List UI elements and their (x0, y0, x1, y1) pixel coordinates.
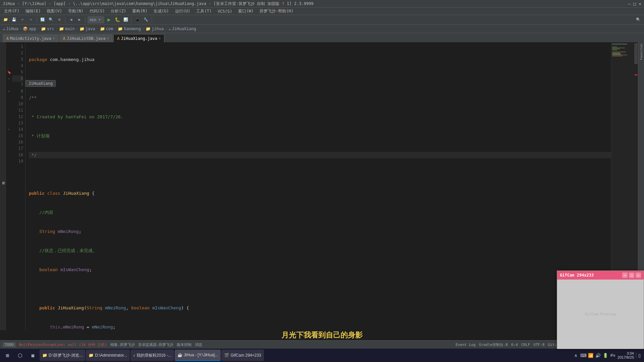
nav-java[interactable]: 📁 java (79, 26, 95, 31)
toolbar-btn-sync[interactable]: 🔄 (39, 16, 46, 23)
toolbar-btn-search[interactable]: 🔍 (47, 16, 55, 23)
menu-vcs[interactable]: VCS(S) (215, 8, 235, 14)
event-log[interactable]: Event Log (455, 343, 476, 347)
menu-run[interactable]: 运行(U) (172, 8, 193, 15)
taskbar-jihua[interactable]: ☕ JiHua - [Y:\JiHua]... (175, 350, 221, 361)
fold-icon[interactable]: ▾ (8, 77, 10, 80)
android-monitor-tab[interactable]: 安卓监视器-辞梦飞沙 (138, 342, 174, 347)
menu-refactor[interactable]: 重构(R) (129, 8, 150, 15)
todo-button[interactable]: TODO (3, 342, 16, 347)
menu-file[interactable]: 文件(F) (1, 8, 22, 15)
clock[interactable]: 3:04 2017/8/25 (618, 351, 634, 359)
show-desktop[interactable]: ▯ (636, 353, 641, 358)
gifcam-minimize[interactable]: — (622, 273, 628, 278)
menu-analyze[interactable]: 分析(Z) (108, 8, 129, 15)
code-line-12: boolean mIsWanCheng; (29, 266, 611, 273)
gifcam-maximize[interactable]: □ (629, 273, 634, 278)
volume-icon[interactable]: 🔊 (595, 353, 601, 358)
messages-tab[interactable]: 消息 (195, 342, 202, 347)
toolbar-btn-profile[interactable]: 📊 (122, 16, 129, 23)
tab-close-2[interactable]: × (107, 36, 109, 41)
menu-generate[interactable]: 生成(G) (151, 8, 172, 15)
tray-up-arrow[interactable]: ∧ (573, 353, 579, 358)
gutter-method-14: ▾ (6, 126, 12, 133)
code-content[interactable]: package com.hanmeng.jihua /** * Created … (25, 42, 611, 330)
tab-icon-2: A (63, 36, 65, 41)
minimize-button[interactable]: — (628, 1, 631, 6)
toolbar-btn-4[interactable]: ↪ (27, 16, 35, 23)
jingjie-tab[interactable]: 锦集-辞梦飞沙 (110, 342, 135, 347)
tab-mainactivity[interactable]: A MainActivity.java × (3, 34, 59, 42)
minimap-viewport[interactable] (635, 44, 637, 64)
nav-app[interactable]: 📦 app (23, 26, 36, 31)
taskbar-explorer-1[interactable]: 📁 D:\辞梦飞沙-浏览... (40, 350, 85, 361)
nav-app-label: app (29, 26, 36, 31)
code-line-6: */ (29, 152, 611, 158)
taskbar-label-2: D:\Administrator... (95, 353, 127, 358)
subtitle-bar: 月光下我看到自己的身影 (0, 330, 644, 340)
code-editor[interactable]: JiHuaXiang 🔖 ▾ ▾ ▾ (6, 42, 638, 330)
taskview-button[interactable]: ▦ (27, 349, 39, 361)
toolbar-btn-sdk[interactable]: 🔧 (142, 16, 150, 23)
battery-icon: 🔋 (603, 353, 608, 358)
maximize-button[interactable]: □ (633, 1, 636, 6)
cortana-button[interactable]: ⬡ (14, 349, 26, 361)
vcs-tab[interactable]: 版本控制 (177, 342, 192, 347)
tab-jihuaxiang[interactable]: A JiHuaXiang.java × (113, 34, 164, 42)
status-bar: TODO NullPointerException: null (14 分钟 之… (0, 340, 644, 349)
toolbar-btn-run[interactable]: ▶ (105, 16, 113, 23)
toolbar-btn-forward[interactable]: ▶ (76, 16, 83, 23)
taskbar-explorer-2[interactable]: 📁 D:\Administrator... (86, 350, 129, 361)
menu-code[interactable]: 代码(S) (87, 8, 108, 15)
network-icon[interactable]: 📶 (588, 353, 593, 358)
nav-main[interactable]: 📁 main (59, 26, 75, 31)
start-button[interactable]: ⊞ (1, 349, 13, 361)
nav-jihua[interactable]: ☕ JiHua (3, 26, 18, 31)
taskbar-label-3: 我的滑板鞋2016 -... (137, 353, 171, 358)
menu-edit[interactable]: 编辑(E) (23, 8, 44, 15)
tab-close-3[interactable]: × (159, 36, 161, 41)
keyboard-icon[interactable]: ⌨ (581, 353, 586, 358)
toolbar-btn-search2[interactable]: 🔍 (635, 16, 642, 23)
gutter-line-3 (6, 56, 12, 63)
nav-com[interactable]: 📁 com (100, 26, 113, 31)
app-selector[interactable]: app ▾ (88, 16, 104, 23)
right-strip-label[interactable]: Favorites (640, 44, 643, 60)
close-button[interactable]: ✕ (639, 1, 641, 6)
ime-indicator[interactable]: IFe (610, 353, 615, 358)
toolbar-btn-save[interactable]: 💾 (10, 16, 18, 23)
toolbar-sep-5 (152, 17, 152, 23)
gifcam-close[interactable]: ✕ (636, 273, 641, 278)
nav-hanmeng[interactable]: 📁 hanmeng (118, 26, 141, 31)
menu-window[interactable]: 窗口(W) (235, 8, 256, 15)
toolbar-btn-back[interactable]: ◀ (67, 16, 75, 23)
folder-icon-5: 📁 (79, 26, 85, 31)
toolbar-btn-avd[interactable]: 📱 (134, 16, 141, 23)
method-fold-icon[interactable]: ▾ (8, 128, 10, 131)
error-status[interactable]: NullPointerException: null (14 分钟 之前) (19, 342, 107, 347)
nav-jihua-label: JiHua (6, 26, 18, 31)
menu-help[interactable]: 辞梦飞沙·帮助(H) (257, 8, 296, 15)
toolbar-btn-3[interactable]: ↩ (19, 16, 26, 23)
tab-jihualistdb[interactable]: A JiHuaListDB.java × (59, 34, 113, 42)
folder-icon-2: 📦 (23, 26, 28, 31)
gutter-fold-6[interactable]: ▾ (6, 75, 12, 82)
code-gutter: 🔖 ▾ ▾ ▾ (6, 42, 12, 330)
nav-jihuaxiang[interactable]: ☕ JiHuaXiang (168, 26, 196, 31)
taskbar-music[interactable]: ♪ 我的滑板鞋2016 -... (130, 350, 174, 361)
tab-close-1[interactable]: × (53, 36, 55, 41)
toolbar-btn-5[interactable]: ⚙ (56, 16, 63, 23)
gifcam-controls: — □ ✕ (622, 273, 641, 278)
taskbar-right: ∧ ⌨ 📶 🔊 🔋 IFe 3:04 2017/8/25 ▯ (573, 351, 643, 359)
menu-view[interactable]: 视图(V) (44, 8, 65, 15)
nav-jihua2[interactable]: 📁 jihua (146, 26, 164, 31)
menu-navigate[interactable]: 导航(N) (65, 8, 86, 15)
toolbar-btn-debug[interactable]: 🐛 (114, 16, 121, 23)
taskbar-gifcam[interactable]: 🎬 GifCam 294×233 (221, 350, 264, 361)
class-fold-icon[interactable]: ▾ (8, 90, 10, 93)
gradle-console[interactable]: Gradle控制台-8 (479, 342, 508, 347)
menu-tools[interactable]: 工具(T) (194, 8, 214, 15)
nav-src[interactable]: 📁 src (41, 26, 54, 31)
toolbar-btn-1[interactable]: 📁 (2, 16, 9, 23)
time-display: 3:04 (627, 351, 634, 355)
